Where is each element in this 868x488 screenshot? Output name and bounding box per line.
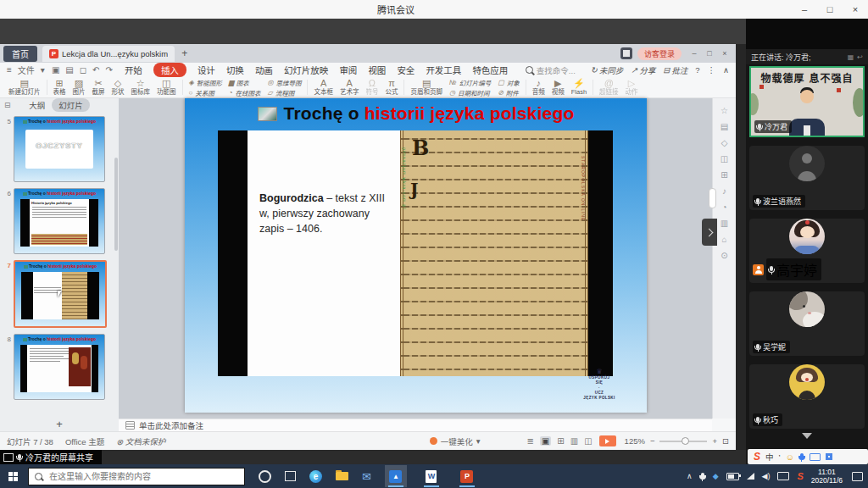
rail-icon-columns[interactable]: ▥ [721,219,728,228]
rail-icon-shape[interactable]: ◇ [721,139,728,147]
rail-icon-audio[interactable]: ♪ [722,187,726,196]
tab-document[interactable]: P Lekcja dla Un...ęzyku polskim [42,46,175,62]
ime-mode-toggle[interactable]: 中 [765,451,774,463]
rail-collapse-handle[interactable] [709,188,716,208]
chart-button[interactable]: ▆图表 [229,78,261,87]
security-shield-icon[interactable]: ◆ [713,472,719,480]
file-menu[interactable]: ≡ 文件 ▾ [7,64,45,76]
formula-button[interactable]: π公式 [385,79,398,96]
zoom-in-icon[interactable]: + [712,436,717,446]
powerpoint-app[interactable]: P [456,465,478,487]
textbox-button[interactable]: A文本框 [314,79,333,96]
tab-slideshow[interactable]: 幻灯片放映 [284,64,329,76]
more-icon[interactable]: ⋮ [708,65,716,75]
new-slide-button[interactable]: ▤ 新建幻灯片 [8,79,41,96]
icon-library-button[interactable]: ☆图标库 [131,79,151,96]
network-icon[interactable] [747,473,754,480]
fit-screen-icon[interactable]: ⊡ [722,436,729,446]
redo-icon[interactable]: ↷ [105,65,112,75]
maximize-icon[interactable]: □ [817,0,843,19]
datetime-button[interactable]: ◷日期和时间 [449,88,491,97]
print-icon[interactable]: ▤ [65,65,73,75]
rail-icon-home[interactable]: ⌂ [721,236,726,244]
task-view-icon[interactable] [285,471,296,481]
tab-design[interactable]: 设计 [198,64,215,76]
current-slide[interactable]: Trochę o historii języka polskiego Bogur… [185,98,647,413]
slide-thumbnail-7-selected[interactable]: Trochę o historii języka polskiego [14,260,107,328]
smart-art-button[interactable]: ◈智能图形 [189,78,222,87]
rail-icon-grid[interactable]: ⊞ [721,171,727,180]
panel-expand-handle[interactable] [702,219,717,246]
close-icon[interactable]: × [843,0,868,19]
video-button[interactable]: ▶视频 [552,79,565,96]
wps-app-active[interactable]: ▲ [385,465,407,487]
slideshow-play-button[interactable] [599,435,616,446]
punctuation-toggle[interactable]: ’ [779,452,781,462]
search-input[interactable] [47,471,238,482]
collapse-ribbon-icon[interactable]: ∧ [723,65,729,75]
voice-input-icon[interactable] [800,453,804,458]
participant-tile[interactable]: 秋巧 [749,364,865,429]
panel-scrollbar[interactable] [114,158,118,251]
slide-thumbnail-6[interactable]: Trochę o historii języka polskiego Histo… [14,188,105,254]
workspace-icon[interactable] [620,47,632,59]
rail-icon-notes[interactable]: ▤ [721,123,728,131]
sorter-view-icon[interactable]: ⊞ [557,436,564,446]
tab-review[interactable]: 审阅 [339,64,357,76]
mail-icon[interactable]: ✉ [362,471,371,482]
wps-minimize-icon[interactable]: – [687,44,702,63]
relation-chart-button[interactable]: ○关系图 [189,88,222,97]
edge-browser-icon[interactable]: e [309,470,322,483]
save-icon[interactable]: ▣ [52,65,59,75]
zoom-slider[interactable] [659,441,707,442]
tab-outline[interactable]: 大纲 [29,99,45,111]
tab-home[interactable]: 首页 [3,46,37,62]
picture-button[interactable]: ▨图片 [73,79,86,96]
zoom-out-icon[interactable]: − [650,436,655,446]
wps-maximize-icon[interactable]: □ [702,44,717,63]
panel-collapse-icon[interactable]: ⊟ [4,101,11,109]
zoom-slider-knob[interactable] [682,437,689,445]
rail-icon-layout[interactable]: ◫ [721,155,728,164]
cortana-icon[interactable] [259,470,271,483]
header-footer-button[interactable]: ▤页眉和页脚 [410,79,442,96]
speaker-video-tile[interactable]: 物载德厚 息不强自 冷万君 [749,66,865,137]
protection-status[interactable]: ⊗ 文档未保护 [116,435,165,447]
participant-tile[interactable]: 波兰语燕然 [749,146,865,210]
tab-start[interactable]: 开始 [125,64,142,76]
participant-tile[interactable]: 吴学妮 [749,291,865,356]
help-icon[interactable]: ? [695,65,699,75]
tab-slides[interactable]: 幻灯片 [52,98,90,112]
flowchart-button[interactable]: ▱流程图 [268,88,302,97]
sogou-tray-icon[interactable]: S [797,471,803,481]
function-chart-button[interactable]: ◫功能图 [157,79,176,96]
normal-view-icon[interactable]: ▣ [540,436,551,446]
taskbar-clock[interactable]: 11:01 2020/11/6 [811,468,843,485]
soft-keyboard-icon[interactable] [810,453,821,461]
sync-status[interactable]: ↻ 未同步 [591,64,623,76]
slide-number-button[interactable]: №幻灯片编号 [449,78,491,87]
battery-icon[interactable] [726,473,739,480]
emoji-icon[interactable]: ☺ [786,452,794,462]
more-participants-arrow[interactable] [802,433,812,439]
tab-featured[interactable]: 特色应用 [472,64,508,76]
back-icon[interactable]: ↩ [857,53,863,61]
notes-toggle-icon[interactable]: ≣ [526,436,533,446]
tray-mic-icon[interactable] [701,473,704,478]
word-app[interactable]: W [420,465,442,487]
wps-close-icon[interactable]: × [717,44,732,63]
zoom-level[interactable]: 125% [625,436,645,446]
tab-transition[interactable]: 切换 [226,64,244,76]
mindmap-button[interactable]: ◎思维导图 [268,78,302,87]
display-icon[interactable] [777,472,789,480]
object-button[interactable]: ▢对象 [498,78,520,87]
wordart-button[interactable]: A艺术字 [340,79,359,96]
sogou-logo-icon[interactable]: S [754,451,760,463]
find-command-box[interactable]: 查找命令... [526,64,576,76]
beautify-button[interactable]: 一键美化 ▾ [430,435,481,447]
slide-thumbnail-8[interactable]: Trochę o historii języka polskiego [14,334,105,400]
rail-icon-chart[interactable]: ◔ [721,203,726,212]
tab-insert[interactable]: 插入 [153,63,186,77]
taskbar-search[interactable] [28,468,245,485]
tab-security[interactable]: 安全 [397,64,415,76]
